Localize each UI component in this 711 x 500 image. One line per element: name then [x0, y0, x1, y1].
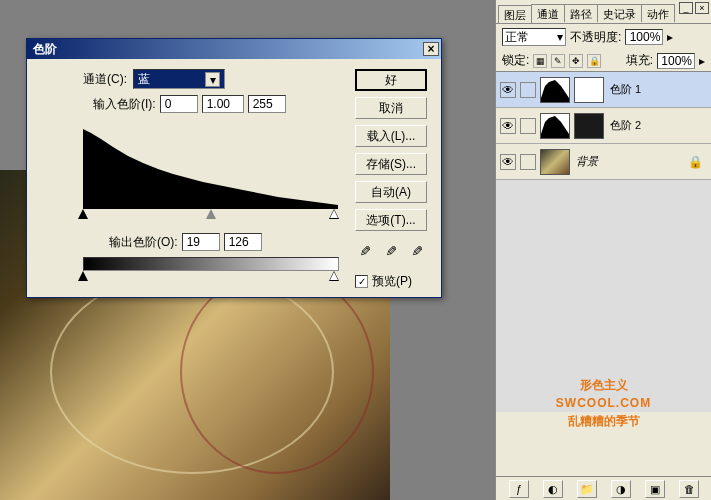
input-white-field[interactable]: [248, 95, 286, 113]
layer-thumb-adjustment: [540, 77, 570, 103]
panel-close-icon[interactable]: ×: [695, 2, 709, 14]
output-black-field[interactable]: [182, 233, 220, 251]
channel-select[interactable]: 蓝 ▾: [133, 69, 225, 89]
ok-button[interactable]: 好: [355, 69, 427, 91]
preview-checkbox[interactable]: ✓: [355, 275, 368, 288]
opacity-field[interactable]: [625, 29, 663, 45]
input-black-field[interactable]: [160, 95, 198, 113]
tab-paths[interactable]: 路径: [564, 4, 598, 22]
input-levels-label: 输入色阶(I):: [93, 96, 156, 113]
layer-name[interactable]: 色阶 1: [610, 82, 641, 97]
preview-label: 预览(P): [372, 273, 412, 290]
input-mid-slider[interactable]: [206, 209, 216, 219]
fill-field[interactable]: [657, 53, 695, 69]
save-button[interactable]: 存储(S)...: [355, 153, 427, 175]
layer-row[interactable]: 👁 背景 🔒: [496, 144, 711, 180]
dialog-title: 色阶: [33, 41, 423, 58]
layer-row[interactable]: 👁 色阶 2: [496, 108, 711, 144]
layer-name[interactable]: 背景: [576, 154, 598, 169]
load-button[interactable]: 载入(L)...: [355, 125, 427, 147]
lock-move-icon[interactable]: ✥: [569, 54, 583, 68]
visibility-eye-icon[interactable]: 👁: [500, 82, 516, 98]
output-white-slider[interactable]: [329, 271, 339, 281]
output-gradient: [83, 257, 339, 271]
folder-icon[interactable]: 📁: [577, 480, 597, 498]
output-levels-label: 输出色阶(O):: [109, 234, 178, 251]
auto-button[interactable]: 自动(A): [355, 181, 427, 203]
close-icon[interactable]: ×: [423, 42, 439, 56]
output-slider[interactable]: [83, 271, 339, 283]
tab-actions[interactable]: 动作: [641, 4, 675, 22]
adjustment-icon[interactable]: ◑: [611, 480, 631, 498]
layer-thumb-image: [540, 149, 570, 175]
tab-channels[interactable]: 通道: [531, 4, 565, 22]
link-box[interactable]: [520, 82, 536, 98]
lock-paint-icon[interactable]: ✎: [551, 54, 565, 68]
eyedropper-white-icon[interactable]: [411, 243, 427, 261]
chevron-right-icon[interactable]: ▸: [667, 30, 673, 44]
histogram-chart: [83, 119, 339, 209]
lock-icon: 🔒: [688, 155, 703, 169]
new-layer-icon[interactable]: ▣: [645, 480, 665, 498]
layer-name[interactable]: 色阶 2: [610, 118, 641, 133]
input-white-slider[interactable]: [329, 209, 339, 219]
input-mid-field[interactable]: [202, 95, 244, 113]
eyedropper-black-icon[interactable]: [359, 243, 375, 261]
fx-icon[interactable]: ƒ: [509, 480, 529, 498]
output-black-slider[interactable]: [78, 271, 88, 281]
layer-mask-thumb[interactable]: [574, 77, 604, 103]
channel-value: 蓝: [138, 71, 150, 88]
lock-transparency-icon[interactable]: ▦: [533, 54, 547, 68]
layer-list: 👁 色阶 1 👁 色阶 2 👁 背景 🔒: [496, 72, 711, 412]
mask-icon[interactable]: ◐: [543, 480, 563, 498]
cancel-button[interactable]: 取消: [355, 97, 427, 119]
eyedropper-gray-icon[interactable]: [385, 243, 401, 261]
visibility-eye-icon[interactable]: 👁: [500, 154, 516, 170]
panel-footer: ƒ ◐ 📁 ◑ ▣ 🗑: [496, 476, 711, 500]
link-box[interactable]: [520, 118, 536, 134]
minimize-icon[interactable]: _: [679, 2, 693, 14]
options-button[interactable]: 选项(T)...: [355, 209, 427, 231]
visibility-eye-icon[interactable]: 👁: [500, 118, 516, 134]
output-white-field[interactable]: [224, 233, 262, 251]
input-black-slider[interactable]: [78, 209, 88, 219]
opacity-label: 不透明度:: [570, 29, 621, 46]
channel-label: 通道(C):: [83, 71, 127, 88]
lock-all-icon[interactable]: 🔒: [587, 54, 601, 68]
layer-thumb-adjustment: [540, 113, 570, 139]
blend-mode-select[interactable]: 正常▾: [502, 28, 566, 46]
layer-mask-thumb[interactable]: [574, 113, 604, 139]
layers-panel: _ × 图层 通道 路径 史记录 动作 正常▾ 不透明度: ▸ 锁定: ▦ ✎ …: [495, 0, 711, 500]
watermark: 形色主义 SWCOOL.COM 乱糟糟的季节: [496, 376, 711, 430]
layer-row[interactable]: 👁 色阶 1: [496, 72, 711, 108]
trash-icon[interactable]: 🗑: [679, 480, 699, 498]
tab-layers[interactable]: 图层: [498, 5, 532, 23]
levels-dialog: 色阶 × 通道(C): 蓝 ▾ 输入色阶(I): 输出色阶: [26, 38, 442, 298]
chevron-down-icon: ▾: [557, 30, 563, 44]
link-box[interactable]: [520, 154, 536, 170]
dialog-titlebar[interactable]: 色阶 ×: [27, 39, 441, 59]
input-slider[interactable]: [83, 209, 339, 221]
fill-label: 填充:: [626, 52, 653, 69]
lock-label: 锁定:: [502, 52, 529, 69]
chevron-right-icon[interactable]: ▸: [699, 54, 705, 68]
tab-history[interactable]: 史记录: [597, 4, 642, 22]
chevron-down-icon: ▾: [205, 72, 220, 87]
